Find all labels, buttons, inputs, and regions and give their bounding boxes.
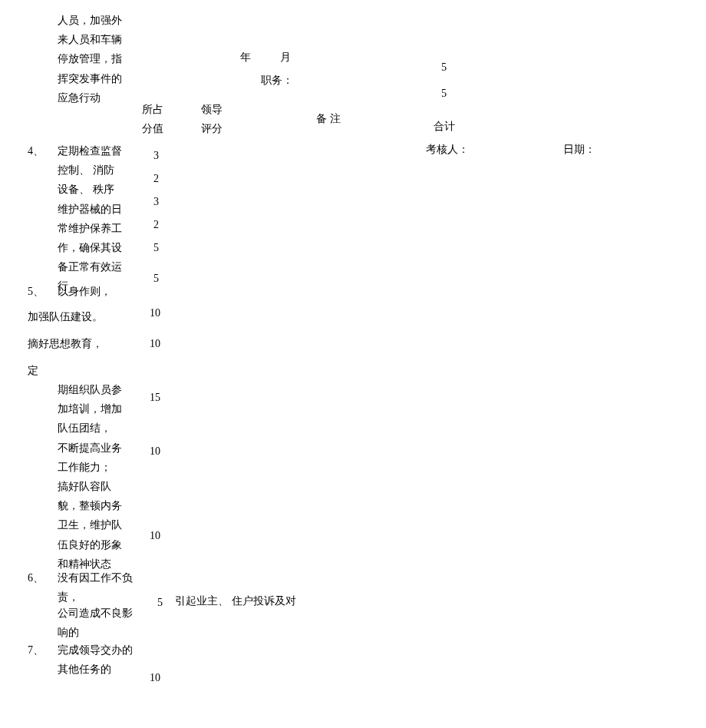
heji-label: 合计 bbox=[434, 117, 455, 136]
item6-text-c: 公司造成不良影响的 bbox=[58, 604, 134, 642]
item7-num: 7、 bbox=[28, 640, 44, 660]
item-text: 人员，加强外来人员和车辆停放管理，指挥突发事件的应急行动 bbox=[58, 11, 123, 108]
score-8: 10 bbox=[150, 334, 160, 353]
item4-num: 4、 bbox=[28, 141, 44, 160]
val5b: 5 bbox=[441, 84, 447, 103]
item6-text-a: 没有因工作不负责， bbox=[58, 568, 134, 607]
item5-text-d: 定 bbox=[28, 361, 38, 380]
score-12: 5 bbox=[157, 593, 163, 612]
month-label: 月 bbox=[280, 48, 291, 67]
year-label: 年 bbox=[240, 48, 251, 67]
item6-num: 6、 bbox=[28, 568, 44, 587]
item5-text-a: 以身作则， bbox=[58, 282, 111, 301]
item5-text-b: 加强队伍建设。 bbox=[28, 307, 103, 326]
zhiwu-label: 职务： bbox=[261, 71, 293, 90]
score-10: 10 bbox=[150, 442, 160, 461]
score-13: 10 bbox=[150, 668, 160, 687]
score-9: 15 bbox=[150, 388, 160, 407]
score-2: 2 bbox=[153, 169, 159, 188]
score-3: 3 bbox=[153, 192, 159, 211]
item6-text-b: 引起业主、 住户投诉及对 bbox=[175, 591, 296, 611]
score-6: 5 bbox=[153, 269, 159, 288]
header-fenzhi: 分值 bbox=[142, 119, 163, 138]
document-page: 人员，加强外来人员和车辆停放管理，指挥突发事件的应急行动 4、 定期检查监督控制… bbox=[0, 0, 706, 728]
item5-num: 5、 bbox=[28, 282, 44, 301]
kaoheren-label: 考核人： bbox=[426, 140, 469, 159]
score-7: 10 bbox=[150, 303, 160, 323]
item5-text-c: 摘好思想教育， bbox=[28, 334, 103, 353]
item4-text: 定期检查监督控制、 消防设备、 秩序维护器械的日常维护保养工作，确保其设备正常有… bbox=[58, 141, 123, 296]
item5-text-e: 期组织队员参加培训，增加队伍团结， 不断提高业务工作能力； 搞好队容队貌，整顿内… bbox=[58, 380, 123, 574]
item7-text: 完成领导交办的其他任务的 bbox=[58, 640, 134, 679]
score-4: 2 bbox=[153, 215, 159, 234]
score-5: 5 bbox=[153, 238, 159, 257]
header-suozhi: 所占 bbox=[142, 100, 163, 119]
val5a: 5 bbox=[441, 58, 447, 77]
header-lingdao: 领导 bbox=[201, 100, 223, 119]
header-beizhu: 备 注 bbox=[316, 109, 341, 128]
riqi-label: 日期： bbox=[563, 140, 595, 159]
score-11: 10 bbox=[150, 526, 160, 545]
header-pingfen: 评分 bbox=[201, 119, 223, 138]
score-1: 3 bbox=[153, 146, 159, 165]
